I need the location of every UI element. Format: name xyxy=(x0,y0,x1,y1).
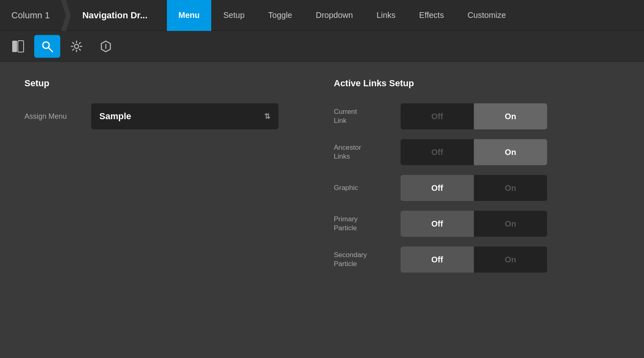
ancestor-links-on-button[interactable]: On xyxy=(474,139,547,165)
top-nav: Column 1 Navigation Dr... Menu Setup Tog… xyxy=(0,0,644,31)
graphic-on-button[interactable]: On xyxy=(474,175,547,201)
panel-icon xyxy=(11,40,24,53)
assign-menu-row: Assign Menu Sample ⇅ xyxy=(24,103,301,129)
active-links-title: Active Links Setup xyxy=(334,78,620,89)
tab-customize[interactable]: Customize xyxy=(456,0,517,31)
toggle-row-primary-particle: PrimaryParticle Off On xyxy=(334,211,620,237)
tab-links[interactable]: Links xyxy=(365,0,407,31)
assign-menu-dropdown[interactable]: Sample ⇅ xyxy=(91,103,278,129)
left-panel: Setup Assign Menu Sample ⇅ xyxy=(24,78,301,342)
assign-menu-label: Assign Menu xyxy=(24,112,81,121)
secondary-particle-label: SecondaryParticle xyxy=(334,251,391,268)
breadcrumb-col1-label: Column 1 xyxy=(11,10,50,21)
toggle-row-secondary-particle: SecondaryParticle Off On xyxy=(334,247,620,273)
tab-toggle[interactable]: Toggle xyxy=(257,0,304,31)
secondary-particle-on-button[interactable]: On xyxy=(474,247,547,273)
current-link-on-button[interactable]: On xyxy=(474,103,547,129)
nav-tabs: Menu Setup Toggle Dropdown Links Effects… xyxy=(167,0,517,31)
svg-rect-2 xyxy=(18,41,24,52)
settings-button[interactable] xyxy=(64,35,90,58)
graphic-off-button[interactable]: Off xyxy=(401,175,474,201)
current-link-label: CurrentLink xyxy=(334,107,391,125)
toggle-row-graphic: Graphic Off On xyxy=(334,175,620,201)
current-link-toggle: Off On xyxy=(401,103,547,129)
setup-section-title: Setup xyxy=(24,78,301,89)
graphic-label: Graphic xyxy=(334,183,391,192)
breadcrumb-arrow-icon xyxy=(61,0,71,31)
svg-line-4 xyxy=(48,48,53,52)
chevron-icon: ⇅ xyxy=(264,112,270,121)
badge-button[interactable] xyxy=(93,35,119,58)
ancestor-links-label: AncestorLinks xyxy=(334,143,391,161)
search-icon xyxy=(41,40,54,53)
tab-setup[interactable]: Setup xyxy=(212,0,256,31)
secondary-particle-off-button[interactable]: Off xyxy=(401,247,474,273)
breadcrumb-navdr-label: Navigation Dr... xyxy=(82,10,147,21)
tab-dropdown[interactable]: Dropdown xyxy=(304,0,364,31)
ancestor-links-toggle: Off On xyxy=(401,139,547,165)
primary-particle-toggle: Off On xyxy=(401,211,547,237)
current-link-off-button[interactable]: Off xyxy=(401,103,474,129)
breadcrumb-col1[interactable]: Column 1 xyxy=(0,0,61,31)
tab-effects[interactable]: Effects xyxy=(408,0,456,31)
toggle-row-current-link: CurrentLink Off On xyxy=(334,103,620,129)
toggle-row-ancestor-links: AncestorLinks Off On xyxy=(334,139,620,165)
assign-menu-value: Sample xyxy=(99,111,131,122)
toolbar xyxy=(0,31,644,62)
primary-particle-label: PrimaryParticle xyxy=(334,215,391,233)
gear-icon xyxy=(70,40,83,52)
primary-particle-off-button[interactable]: Off xyxy=(401,211,474,237)
badge-icon xyxy=(100,40,112,52)
tab-menu[interactable]: Menu xyxy=(167,0,211,31)
secondary-particle-toggle: Off On xyxy=(401,247,547,273)
svg-marker-0 xyxy=(61,0,71,31)
primary-particle-on-button[interactable]: On xyxy=(474,211,547,237)
ancestor-links-off-button[interactable]: Off xyxy=(401,139,474,165)
search-button[interactable] xyxy=(34,35,60,58)
breadcrumb-navdr[interactable]: Navigation Dr... xyxy=(71,0,159,31)
right-panel: Active Links Setup CurrentLink Off On An… xyxy=(334,78,620,342)
main-content: Setup Assign Menu Sample ⇅ Active Links … xyxy=(0,62,644,358)
panel-toggle-button[interactable] xyxy=(5,35,31,58)
svg-point-5 xyxy=(74,44,79,48)
svg-rect-1 xyxy=(12,41,17,52)
graphic-toggle: Off On xyxy=(401,175,547,201)
